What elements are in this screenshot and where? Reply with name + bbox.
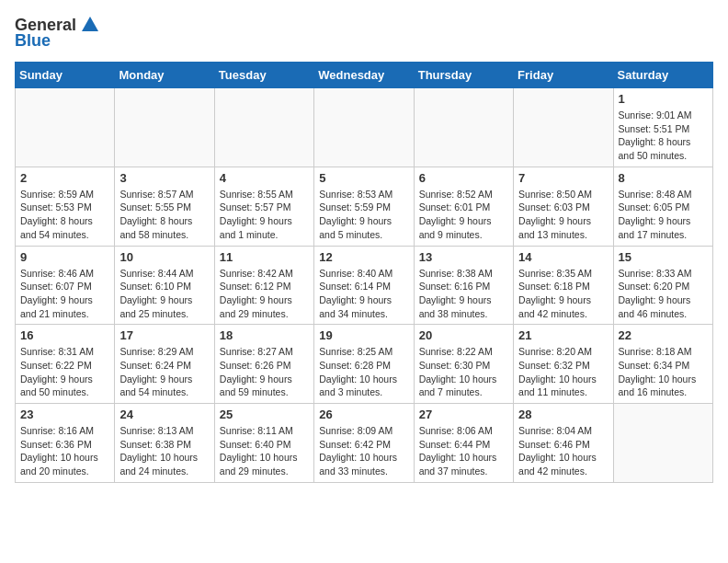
day-info: Sunrise: 8:38 AM Sunset: 6:16 PM Dayligh…	[419, 267, 508, 321]
day-info: Sunrise: 8:53 AM Sunset: 5:59 PM Dayligh…	[319, 188, 408, 242]
calendar-cell	[16, 88, 115, 167]
calendar-cell: 17Sunrise: 8:29 AM Sunset: 6:24 PM Dayli…	[115, 325, 214, 404]
calendar-cell: 5Sunrise: 8:53 AM Sunset: 5:59 PM Daylig…	[314, 167, 414, 246]
calendar-cell: 25Sunrise: 8:11 AM Sunset: 6:40 PM Dayli…	[214, 404, 313, 483]
weekday-header: Tuesday	[214, 63, 313, 88]
day-number: 28	[518, 408, 608, 421]
day-number: 2	[20, 171, 109, 185]
day-number: 14	[518, 250, 608, 264]
calendar-cell: 14Sunrise: 8:35 AM Sunset: 6:18 PM Dayli…	[514, 246, 613, 325]
calendar-cell: 11Sunrise: 8:42 AM Sunset: 6:12 PM Dayli…	[214, 246, 313, 325]
weekday-header: Monday	[115, 63, 214, 88]
svg-marker-0	[82, 17, 98, 31]
day-number: 9	[20, 250, 109, 264]
calendar-cell	[115, 88, 214, 167]
calendar-week-row: 1Sunrise: 9:01 AM Sunset: 5:51 PM Daylig…	[16, 88, 713, 167]
day-number: 5	[319, 171, 408, 185]
calendar-cell: 7Sunrise: 8:50 AM Sunset: 6:03 PM Daylig…	[514, 167, 613, 246]
day-number: 19	[319, 328, 408, 342]
day-info: Sunrise: 8:31 AM Sunset: 6:22 PM Dayligh…	[20, 345, 109, 399]
day-number: 11	[220, 250, 309, 264]
day-info: Sunrise: 8:27 AM Sunset: 6:26 PM Dayligh…	[220, 345, 309, 399]
calendar-cell	[414, 88, 513, 167]
day-info: Sunrise: 8:42 AM Sunset: 6:12 PM Dayligh…	[220, 267, 309, 321]
day-info: Sunrise: 8:44 AM Sunset: 6:10 PM Dayligh…	[119, 267, 209, 321]
calendar-cell: 24Sunrise: 8:13 AM Sunset: 6:38 PM Dayli…	[115, 404, 214, 483]
day-info: Sunrise: 8:55 AM Sunset: 5:57 PM Dayligh…	[220, 188, 309, 242]
day-number: 12	[319, 250, 408, 264]
calendar-cell: 19Sunrise: 8:25 AM Sunset: 6:28 PM Dayli…	[314, 325, 414, 404]
logo-blue-text: Blue	[15, 31, 51, 51]
weekday-header: Sunday	[16, 63, 115, 88]
day-number: 13	[419, 250, 508, 264]
weekday-header: Wednesday	[314, 63, 414, 88]
day-info: Sunrise: 8:25 AM Sunset: 6:28 PM Dayligh…	[319, 345, 408, 399]
calendar-week-row: 2Sunrise: 8:59 AM Sunset: 5:53 PM Daylig…	[16, 167, 713, 246]
day-info: Sunrise: 8:04 AM Sunset: 6:46 PM Dayligh…	[518, 424, 608, 478]
calendar-week-row: 16Sunrise: 8:31 AM Sunset: 6:22 PM Dayli…	[16, 325, 713, 404]
day-info: Sunrise: 8:13 AM Sunset: 6:38 PM Dayligh…	[119, 424, 209, 478]
calendar-week-row: 9Sunrise: 8:46 AM Sunset: 6:07 PM Daylig…	[16, 246, 713, 325]
day-number: 7	[518, 171, 608, 185]
day-info: Sunrise: 8:06 AM Sunset: 6:44 PM Dayligh…	[419, 424, 508, 478]
calendar-cell: 12Sunrise: 8:40 AM Sunset: 6:14 PM Dayli…	[314, 246, 414, 325]
logo-icon	[80, 15, 100, 35]
day-number: 1	[619, 92, 708, 106]
day-info: Sunrise: 8:18 AM Sunset: 6:34 PM Dayligh…	[619, 345, 708, 399]
calendar-cell	[214, 88, 313, 167]
day-number: 3	[119, 171, 209, 185]
day-info: Sunrise: 8:20 AM Sunset: 6:32 PM Dayligh…	[518, 345, 608, 399]
day-number: 4	[220, 171, 309, 185]
day-number: 24	[119, 408, 209, 421]
calendar-cell: 22Sunrise: 8:18 AM Sunset: 6:34 PM Dayli…	[613, 325, 712, 404]
calendar-cell: 10Sunrise: 8:44 AM Sunset: 6:10 PM Dayli…	[115, 246, 214, 325]
calendar-cell: 4Sunrise: 8:55 AM Sunset: 5:57 PM Daylig…	[214, 167, 313, 246]
day-number: 27	[419, 408, 508, 421]
day-info: Sunrise: 8:40 AM Sunset: 6:14 PM Dayligh…	[319, 267, 408, 321]
calendar-cell: 1Sunrise: 9:01 AM Sunset: 5:51 PM Daylig…	[613, 88, 712, 167]
day-number: 26	[319, 408, 408, 421]
day-info: Sunrise: 8:11 AM Sunset: 6:40 PM Dayligh…	[220, 424, 309, 478]
weekday-header: Saturday	[613, 63, 712, 88]
calendar-cell: 28Sunrise: 8:04 AM Sunset: 6:46 PM Dayli…	[514, 404, 613, 483]
day-info: Sunrise: 8:16 AM Sunset: 6:36 PM Dayligh…	[20, 424, 109, 478]
calendar-week-row: 23Sunrise: 8:16 AM Sunset: 6:36 PM Dayli…	[16, 404, 713, 483]
calendar-cell: 18Sunrise: 8:27 AM Sunset: 6:26 PM Dayli…	[214, 325, 313, 404]
day-number: 16	[20, 328, 109, 342]
calendar-header-row: SundayMondayTuesdayWednesdayThursdayFrid…	[16, 63, 713, 88]
day-info: Sunrise: 8:33 AM Sunset: 6:20 PM Dayligh…	[619, 267, 708, 321]
day-number: 22	[619, 328, 708, 342]
calendar-cell	[314, 88, 414, 167]
calendar-cell: 13Sunrise: 8:38 AM Sunset: 6:16 PM Dayli…	[414, 246, 513, 325]
day-number: 17	[119, 328, 209, 342]
day-number: 18	[220, 328, 309, 342]
day-info: Sunrise: 8:57 AM Sunset: 5:55 PM Dayligh…	[119, 188, 209, 242]
day-info: Sunrise: 8:50 AM Sunset: 6:03 PM Dayligh…	[518, 188, 608, 242]
calendar-cell: 23Sunrise: 8:16 AM Sunset: 6:36 PM Dayli…	[16, 404, 115, 483]
logo: General Blue	[15, 15, 100, 51]
day-info: Sunrise: 8:29 AM Sunset: 6:24 PM Dayligh…	[119, 345, 209, 399]
day-number: 15	[619, 250, 708, 264]
day-info: Sunrise: 8:59 AM Sunset: 5:53 PM Dayligh…	[20, 188, 109, 242]
calendar-cell	[514, 88, 613, 167]
day-number: 8	[619, 171, 708, 185]
calendar-cell: 9Sunrise: 8:46 AM Sunset: 6:07 PM Daylig…	[16, 246, 115, 325]
day-number: 6	[419, 171, 508, 185]
day-info: Sunrise: 8:09 AM Sunset: 6:42 PM Dayligh…	[319, 424, 408, 478]
calendar-cell: 15Sunrise: 8:33 AM Sunset: 6:20 PM Dayli…	[613, 246, 712, 325]
calendar-cell: 6Sunrise: 8:52 AM Sunset: 6:01 PM Daylig…	[414, 167, 513, 246]
day-info: Sunrise: 8:35 AM Sunset: 6:18 PM Dayligh…	[518, 267, 608, 321]
calendar-cell	[613, 404, 712, 483]
day-info: Sunrise: 8:48 AM Sunset: 6:05 PM Dayligh…	[619, 188, 708, 242]
calendar: SundayMondayTuesdayWednesdayThursdayFrid…	[15, 62, 713, 483]
calendar-cell: 21Sunrise: 8:20 AM Sunset: 6:32 PM Dayli…	[514, 325, 613, 404]
calendar-cell: 20Sunrise: 8:22 AM Sunset: 6:30 PM Dayli…	[414, 325, 513, 404]
day-number: 21	[518, 328, 608, 342]
calendar-cell: 16Sunrise: 8:31 AM Sunset: 6:22 PM Dayli…	[16, 325, 115, 404]
day-number: 20	[419, 328, 508, 342]
header: General Blue	[15, 15, 713, 51]
day-number: 25	[220, 408, 309, 421]
calendar-cell: 2Sunrise: 8:59 AM Sunset: 5:53 PM Daylig…	[16, 167, 115, 246]
day-number: 10	[119, 250, 209, 264]
day-info: Sunrise: 9:01 AM Sunset: 5:51 PM Dayligh…	[619, 109, 708, 163]
